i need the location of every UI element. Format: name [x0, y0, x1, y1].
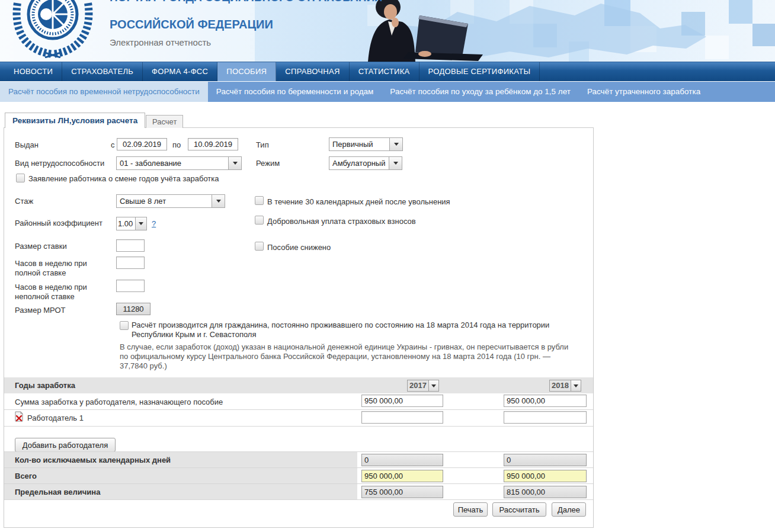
mosaic-tile	[729, 0, 752, 24]
woman-with-laptop-photo	[341, 0, 507, 62]
tab-requisites[interactable]: Реквизиты ЛН,условия расчета	[5, 113, 145, 128]
within-30-days-label: В течение 30 календарных дней после увол…	[267, 197, 450, 207]
nav-item-news[interactable]: НОВОСТИ	[5, 62, 62, 81]
crimea-label: Расчёт производится для гражданина, пост…	[132, 321, 573, 339]
page: ПОРТАЛ ФОНДА СОЦИАЛЬНОГО СТРАХОВАНИЯ РОС…	[0, 0, 775, 532]
portal-title-line1: ПОРТАЛ ФОНДА СОЦИАЛЬНОГО СТРАХОВАНИЯ	[110, 0, 383, 4]
rate-size-input[interactable]	[116, 239, 145, 252]
add-employer-button[interactable]: Добавить работодателя	[15, 438, 116, 452]
disability-kind-select[interactable]: 01 - заболевание	[116, 156, 242, 170]
employer-year2-input[interactable]	[504, 411, 587, 424]
nav-item-statistics[interactable]: СТАТИСТИКА	[350, 62, 419, 81]
total-label: Всего	[15, 472, 37, 481]
benefit-reduced-checkbox[interactable]	[255, 242, 264, 251]
year1-select[interactable]: 2017	[407, 380, 439, 392]
experience-dropdown-arrow-icon[interactable]	[212, 194, 225, 208]
voluntary-payment-label: Добровольная уплата страховых взносов	[267, 217, 416, 226]
employer-year1-input[interactable]	[361, 411, 443, 424]
experience-select[interactable]: Свыше 8 лет	[116, 194, 225, 208]
tab-calculation[interactable]: Расчет	[146, 115, 183, 128]
nav-item-reference[interactable]: СПРАВОЧНАЯ	[276, 62, 349, 81]
experience-value: Свыше 8 лет	[116, 194, 212, 208]
disability-kind-dropdown-arrow-icon[interactable]	[228, 156, 242, 170]
hours-partial-label: Часов в неделю при неполной ставке	[15, 283, 107, 302]
regime-dropdown-arrow-icon[interactable]	[389, 156, 402, 170]
type-value: Первичный	[329, 137, 389, 151]
crimea-checkbox[interactable]	[120, 321, 129, 330]
mrot-input	[116, 303, 150, 315]
earnings-header-label: Годы заработка	[15, 381, 75, 390]
total-year1-input	[361, 470, 443, 482]
sub-navigation: Расчёт пособия по временной нетрудоспосо…	[0, 82, 775, 102]
district-coeff-select[interactable]: 1.00	[116, 217, 147, 230]
next-button[interactable]: Далее	[552, 502, 586, 517]
regime-label: Режим	[256, 159, 280, 168]
year1-dropdown-arrow-icon[interactable]	[428, 380, 439, 392]
portal-title-line2: РОССИЙСКОЙ ФЕДЕРАЦИИ	[110, 18, 273, 31]
experience-label: Стаж	[15, 197, 33, 206]
type-label: Тип	[256, 140, 269, 150]
header-banner: ПОРТАЛ ФОНДА СОЦИАЛЬНОГО СТРАХОВАНИЯ РОС…	[0, 0, 775, 62]
nav-item-benefits[interactable]: ПОСОБИЯ	[217, 62, 276, 81]
mrot-label: Размер МРОТ	[15, 306, 66, 315]
subnav-item-lost-earnings[interactable]: Расчёт утраченного заработка	[579, 82, 709, 102]
district-coeff-help-link[interactable]: ?	[152, 219, 156, 228]
subnav-item-childcare[interactable]: Расчёт пособия по уходу за ребёнком до 1…	[382, 82, 579, 102]
nav-item-form-4fss[interactable]: ФОРМА 4-ФСС	[143, 62, 217, 81]
portal-subtitle: Электронная отчетность	[110, 37, 211, 47]
subnav-item-temporary-disability[interactable]: Расчёт пособия по временной нетрудоспосо…	[0, 82, 208, 102]
mosaic-tile	[752, 24, 775, 46]
district-coeff-label: Районный коэффициент	[15, 219, 103, 228]
subnav-item-maternity[interactable]: Расчёт пособия по беременности и родам	[208, 82, 382, 102]
nav-item-insurer[interactable]: СТРАХОВАТЕЛЬ	[62, 62, 143, 81]
employer-row-label: Работодатель 1	[27, 414, 84, 423]
fss-logo	[5, 0, 101, 58]
voluntary-payment-checkbox[interactable]	[255, 216, 264, 225]
hours-partial-input[interactable]	[116, 280, 145, 292]
nav-item-birth-certificates[interactable]: РОДОВЫЕ СЕРТИФИКАТЫ	[419, 62, 540, 81]
hryvnia-note: В случае, если заработок (доход) указан …	[120, 342, 579, 371]
issued-to-label: по	[172, 140, 181, 150]
within-30-days-checkbox[interactable]	[255, 196, 264, 205]
issued-to-input[interactable]	[188, 138, 238, 150]
limit-year1-input	[361, 486, 443, 498]
excluded-days-year2-input	[504, 454, 587, 466]
main-navigation: НОВОСТИ СТРАХОВАТЕЛЬ ФОРМА 4-ФСС ПОСОБИЯ…	[0, 62, 775, 81]
excluded-days-label: Кол-во исключаемых календарных дней	[15, 456, 171, 465]
limit-label: Предельная величина	[15, 488, 100, 497]
issued-from-label: с	[111, 140, 115, 150]
delete-employer-icon[interactable]	[15, 411, 24, 424]
disability-kind-label: Вид нетрудоспособности	[15, 159, 104, 168]
year2-dropdown-arrow-icon[interactable]	[571, 380, 581, 392]
hours-full-input[interactable]	[116, 257, 145, 269]
issued-label: Выдан	[15, 140, 39, 150]
type-select[interactable]: Первичный	[329, 137, 403, 151]
rate-size-label: Размер ставки	[15, 242, 67, 251]
excluded-days-year1-input	[361, 454, 443, 466]
total-year2-input	[504, 470, 587, 482]
total-row-bg	[4, 468, 357, 483]
type-dropdown-arrow-icon[interactable]	[389, 137, 403, 151]
salary-row-label: Сумма заработка у работодателя, назначаю…	[15, 398, 223, 407]
claim-change-years-label: Заявление работника о смене годов учёта …	[28, 174, 219, 184]
salary-year2-input[interactable]	[504, 395, 587, 407]
year1-value: 2017	[407, 380, 428, 392]
disability-kind-value: 01 - заболевание	[116, 156, 228, 170]
benefit-reduced-label: Пособие снижено	[267, 243, 331, 252]
regime-select[interactable]: Амбулаторный	[329, 156, 402, 170]
claim-change-years-checkbox[interactable]	[16, 174, 25, 182]
district-coeff-value: 1.00	[116, 217, 135, 230]
year2-value: 2018	[549, 380, 571, 392]
hours-full-label: Часов в неделю при полной ставке	[15, 259, 107, 278]
limit-year2-input	[504, 486, 587, 498]
print-button[interactable]: Печать	[453, 502, 488, 517]
district-coeff-dropdown-arrow-icon[interactable]	[135, 217, 147, 230]
issued-from-input[interactable]	[117, 138, 167, 150]
calculate-button[interactable]: Рассчитать	[492, 502, 546, 517]
year2-select[interactable]: 2018	[549, 380, 581, 392]
salary-year1-input[interactable]	[361, 395, 443, 407]
earnings-header-row	[4, 377, 593, 393]
regime-value: Амбулаторный	[329, 156, 389, 170]
